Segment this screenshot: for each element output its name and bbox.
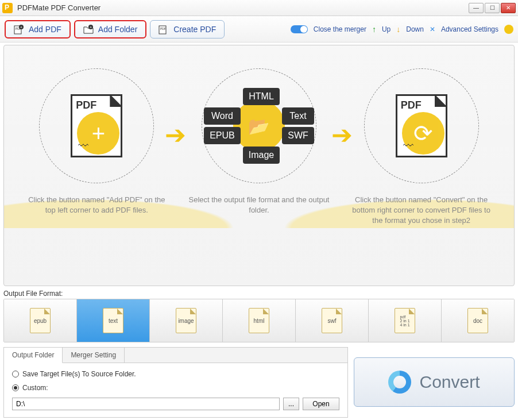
close-merger-label[interactable]: Close the merger — [314, 25, 366, 33]
pdf-plus-icon: PDF+ — [14, 24, 24, 34]
instruction-stage: PDF + 〰 Click the button named "Add PDF"… — [3, 45, 515, 286]
radio-save-to-source[interactable]: Save Target File(s) To Source Folder. — [12, 370, 339, 378]
merger-toggle[interactable] — [291, 25, 308, 33]
svg-text:PDF: PDF — [160, 27, 166, 30]
svg-text:+: + — [20, 25, 22, 29]
chip-html: HTML — [243, 88, 280, 105]
advanced-settings-button[interactable]: Advanced Settings — [441, 25, 498, 33]
create-pdf-label: Create PDF — [173, 25, 216, 34]
chip-image: Image — [243, 147, 280, 164]
app-logo — [2, 3, 13, 13]
format-image[interactable]: image — [150, 299, 223, 342]
step1-pdf-icon: PDF + 〰 — [71, 94, 122, 157]
close-button[interactable]: ✕ — [501, 3, 516, 13]
add-folder-label: Add Folder — [98, 25, 137, 34]
up-arrow-icon: ↑ — [372, 25, 376, 34]
create-pdf-button[interactable]: PDF Create PDF — [150, 20, 225, 38]
open-folder-button[interactable]: Open — [303, 398, 339, 410]
add-pdf-button[interactable]: PDF+ Add PDF — [5, 20, 71, 38]
add-folder-button[interactable]: + Add Folder — [74, 20, 146, 38]
radio-icon — [12, 384, 19, 391]
down-button[interactable]: Down — [406, 25, 424, 33]
format-html[interactable]: html — [223, 299, 296, 342]
step3-text: Click the button named "Convert" on the … — [344, 195, 499, 226]
settings-icon: ✕ — [430, 25, 435, 33]
step2-text: Select the output file format and the ou… — [181, 195, 337, 215]
arrow-icon: ➔ — [331, 120, 353, 149]
chip-swf: SWF — [282, 127, 314, 144]
radio-icon — [12, 371, 19, 377]
chip-text: Text — [282, 107, 314, 125]
convert-icon — [388, 371, 411, 394]
folder-plus-icon: + — [83, 24, 94, 34]
minimize-button[interactable]: — — [469, 3, 484, 13]
pdf-create-icon: PDF — [159, 24, 169, 34]
format-text[interactable]: text — [77, 299, 150, 342]
convert-button[interactable]: Convert — [354, 357, 515, 407]
format-swf[interactable]: swf — [296, 299, 369, 342]
tab-merger-setting[interactable]: Merger Setting — [63, 348, 125, 363]
up-button[interactable]: Up — [382, 25, 391, 33]
radio-custom[interactable]: Custom: — [12, 384, 339, 392]
output-format-label: Output File Format: — [0, 288, 518, 299]
window-title: PDFMate PDF Converter — [17, 3, 469, 12]
down-arrow-icon: ↓ — [396, 25, 400, 34]
format-doc[interactable]: doc — [442, 299, 514, 342]
format-selector: epub text image html swf pdf 2 in 1 4 in… — [3, 299, 515, 342]
help-icon[interactable] — [504, 25, 513, 34]
browse-button[interactable]: ... — [283, 398, 299, 410]
format-epub[interactable]: epub — [4, 299, 77, 342]
svg-text:+: + — [90, 25, 92, 29]
arrow-icon: ➔ — [165, 120, 186, 149]
chip-epub: EPUB — [204, 127, 241, 144]
format-pdf-nup[interactable]: pdf 2 in 1 4 in 1 — [369, 299, 442, 342]
chip-word: Word — [204, 107, 241, 125]
tab-output-folder[interactable]: Output Folder — [4, 348, 63, 363]
maximize-button[interactable]: ☐ — [485, 3, 500, 13]
output-path-input[interactable] — [12, 398, 280, 410]
add-pdf-label: Add PDF — [29, 25, 61, 34]
step3-pdf-icon: PDF ⟳ 〰 — [396, 94, 447, 157]
step1-text: Click the button named "Add PDF" on the … — [19, 195, 174, 215]
